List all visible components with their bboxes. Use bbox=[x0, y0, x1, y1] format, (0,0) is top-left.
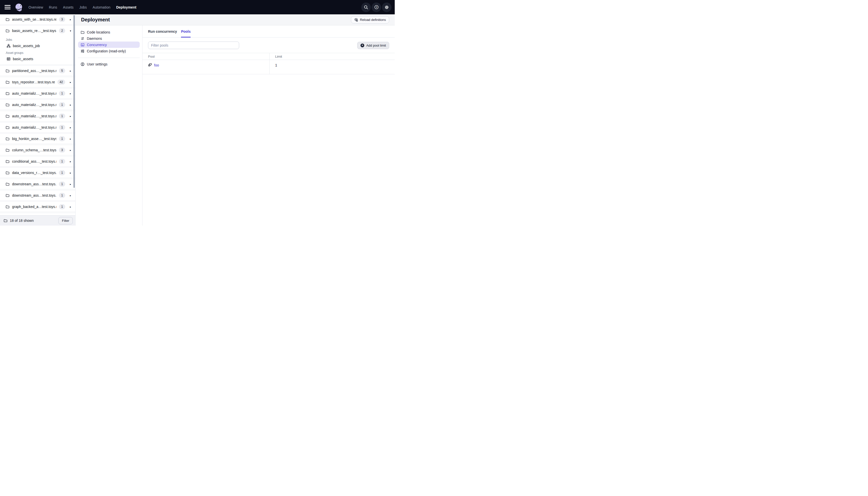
dagster-logo[interactable] bbox=[14, 3, 23, 12]
chevron-icon[interactable]: ▸ bbox=[68, 160, 73, 163]
sidebar-scrollbar[interactable] bbox=[74, 15, 75, 188]
pool-icon bbox=[148, 63, 152, 67]
repo-block: big_honkin_asse…_test.toys.rep 1 ▸ bbox=[0, 134, 75, 144]
chevron-icon[interactable]: ▸ bbox=[68, 138, 73, 140]
repo-sub-item[interactable]: basic_assets_job bbox=[0, 43, 75, 49]
sidebar-repo-row[interactable]: partitioned_ass…_test.toys.rep 5 ▸ bbox=[0, 66, 75, 76]
settings-nav-item-configuration-read-only-[interactable]: Configuration (read-only) bbox=[78, 48, 140, 54]
gear-icon bbox=[384, 5, 389, 10]
chevron-icon[interactable]: ▸ bbox=[68, 194, 73, 197]
chevron-icon[interactable]: ▸ bbox=[68, 183, 73, 186]
repo-block: column_schema_…test.toys.rep 3 ▸ bbox=[0, 145, 75, 155]
sidebar-repo-row[interactable]: auto_materializ…_test.toys.repo 1 ▸ bbox=[0, 122, 75, 133]
top-nav-item-assets[interactable]: Assets bbox=[63, 5, 74, 9]
sidebar-repo-row[interactable]: toys_repositor…test.toys.repo 42 ▸ bbox=[0, 77, 75, 87]
pools-toolbar: + Add pool limit bbox=[148, 42, 389, 49]
top-nav-item-automation[interactable]: Automation bbox=[93, 5, 111, 9]
chevron-icon[interactable]: ▾ bbox=[68, 29, 73, 32]
pool-limit-value: 1 bbox=[275, 63, 277, 67]
sidebar-repo-row[interactable]: auto_materializ…_test.toys.repo 1 ▸ bbox=[0, 111, 75, 121]
config-icon bbox=[81, 49, 84, 53]
tab-run-concurrency[interactable]: Run concurrency bbox=[148, 26, 177, 37]
repo-name: auto_materializ…_test.toys.repo bbox=[12, 103, 57, 107]
top-nav-item-deployment[interactable]: Deployment bbox=[116, 5, 136, 9]
sidebar-repo-row[interactable]: downstream_ass…test.toys.rep 1 ▸ bbox=[0, 179, 75, 189]
chevron-icon[interactable]: ▸ bbox=[68, 69, 73, 72]
settings-nav-item-concurrency[interactable]: Concurrency bbox=[78, 42, 140, 48]
repo-name: graph_backed_a…test.toys.repo bbox=[12, 205, 57, 209]
sidebar-repo-row[interactable]: downstream_ass…test.toys.rep 1 ▸ bbox=[0, 190, 75, 200]
repo-name: downstream_ass…test.toys.rep bbox=[12, 193, 57, 197]
settings-nav-item-daemons[interactable]: Daemons bbox=[78, 35, 140, 42]
repo-count-badge: 1 bbox=[59, 113, 65, 119]
repo-block: downstream_ass…test.toys.rep 1 ▸ bbox=[0, 190, 75, 201]
reload-icon bbox=[354, 18, 358, 22]
add-pool-limit-button[interactable]: + Add pool limit bbox=[357, 42, 389, 49]
folder-icon bbox=[5, 125, 10, 129]
chevron-icon[interactable]: ▸ bbox=[68, 104, 73, 106]
chevron-icon[interactable]: ▸ bbox=[68, 205, 73, 208]
top-nav-item-overview[interactable]: Overview bbox=[29, 5, 43, 9]
topbar-actions: ? bbox=[361, 2, 392, 12]
tab-label: Run concurrency bbox=[148, 29, 177, 33]
folder-icon bbox=[5, 103, 10, 107]
repo-name: column_schema_…test.toys.rep bbox=[12, 148, 57, 152]
folder-icon bbox=[81, 30, 84, 34]
chevron-icon[interactable]: ▸ bbox=[68, 115, 73, 118]
pool-link[interactable]: foo bbox=[154, 63, 159, 67]
help-button[interactable]: ? bbox=[372, 2, 381, 12]
reload-definitions-button[interactable]: Reload definitions bbox=[351, 16, 389, 24]
filter-pools-input[interactable] bbox=[148, 42, 239, 49]
repo-count-badge: 1 bbox=[59, 136, 65, 141]
page-title: Deployment bbox=[81, 17, 110, 23]
chevron-icon[interactable]: ▸ bbox=[68, 92, 73, 95]
user-icon bbox=[81, 62, 84, 66]
settings-nav-item-code-locations[interactable]: Code locations bbox=[78, 29, 140, 35]
chevron-icon[interactable]: ▸ bbox=[68, 81, 73, 83]
settings-nav-item-user-settings[interactable]: User settings bbox=[78, 61, 140, 67]
repo-name: big_honkin_asse…_test.toys.rep bbox=[12, 137, 57, 141]
repo-sub-item[interactable]: basic_assets bbox=[0, 56, 75, 62]
sidebar-repo-row[interactable]: conditional_ass…_test.toys.repo 1 ▸ bbox=[0, 156, 75, 167]
pools-table-header: Pool Limit bbox=[142, 53, 395, 60]
chevron-icon[interactable]: ▸ bbox=[68, 126, 73, 129]
repo-name: auto_materializ…_test.toys.repo bbox=[12, 114, 57, 118]
sidebar-repo-row[interactable]: auto_materializ…_test.toys.repo 1 ▸ bbox=[0, 100, 75, 110]
folder-icon bbox=[5, 69, 10, 73]
top-nav: OverviewRunsAssetsJobsAutomationDeployme… bbox=[29, 5, 137, 9]
sidebar-repo-row[interactable]: long_asset_keys…_test.toys.rep 1 ▸ bbox=[0, 213, 75, 215]
top-nav-bar: OverviewRunsAssetsJobsAutomationDeployme… bbox=[0, 0, 395, 14]
repo-name: auto_materializ…_test.toys.repo bbox=[12, 91, 57, 95]
sidebar-repo-row[interactable]: assets_with_se…test.toys.repo 3 ▸ bbox=[0, 14, 75, 25]
nav-label: Configuration (read-only) bbox=[87, 49, 126, 53]
hamburger-menu-button[interactable] bbox=[4, 5, 11, 9]
top-nav-item-runs[interactable]: Runs bbox=[49, 5, 57, 9]
sidebar-repo-row[interactable]: big_honkin_asse…_test.toys.rep 1 ▸ bbox=[0, 134, 75, 144]
code-location-sidebar: assets_with_se…test.toys.repo 3 ▸ basic_… bbox=[0, 14, 76, 226]
sidebar-repo-row[interactable]: graph_backed_a…test.toys.repo 1 ▸ bbox=[0, 202, 75, 212]
repo-count-badge: 5 bbox=[59, 68, 65, 73]
top-nav-item-jobs[interactable]: Jobs bbox=[79, 5, 87, 9]
sidebar-repo-row[interactable]: column_schema_…test.toys.rep 3 ▸ bbox=[0, 145, 75, 155]
repo-count-badge: 1 bbox=[59, 204, 65, 209]
repo-count-status: 18 of 18 shown bbox=[10, 219, 34, 222]
nav-label: Code locations bbox=[87, 30, 110, 34]
folder-icon bbox=[5, 80, 10, 84]
folder-icon bbox=[5, 193, 10, 197]
sidebar-repo-row[interactable]: auto_materializ…_test.toys.repo 1 ▸ bbox=[0, 88, 75, 98]
repo-count-badge: 42 bbox=[58, 80, 65, 84]
sidebar-filter-button[interactable]: Filter bbox=[59, 217, 73, 224]
repo-list: assets_with_se…test.toys.repo 3 ▸ basic_… bbox=[0, 14, 75, 215]
settings-button[interactable] bbox=[382, 2, 392, 12]
sidebar-repo-row[interactable]: basic_assets_re…_test.toys.rep 2 ▾ bbox=[0, 26, 75, 36]
repo-count-badge: 1 bbox=[59, 182, 65, 187]
folder-icon bbox=[5, 171, 10, 175]
folder-icon bbox=[5, 159, 10, 164]
search-button[interactable] bbox=[361, 2, 371, 12]
sidebar-repo-row[interactable]: data_versions_r…_test.toys.rep 1 ▸ bbox=[0, 168, 75, 178]
tab-pools[interactable]: Pools bbox=[181, 26, 191, 37]
chevron-icon[interactable]: ▸ bbox=[68, 18, 73, 21]
chevron-icon[interactable]: ▸ bbox=[68, 171, 73, 174]
chevron-icon[interactable]: ▸ bbox=[68, 149, 73, 152]
repo-count-badge: 1 bbox=[59, 102, 65, 107]
